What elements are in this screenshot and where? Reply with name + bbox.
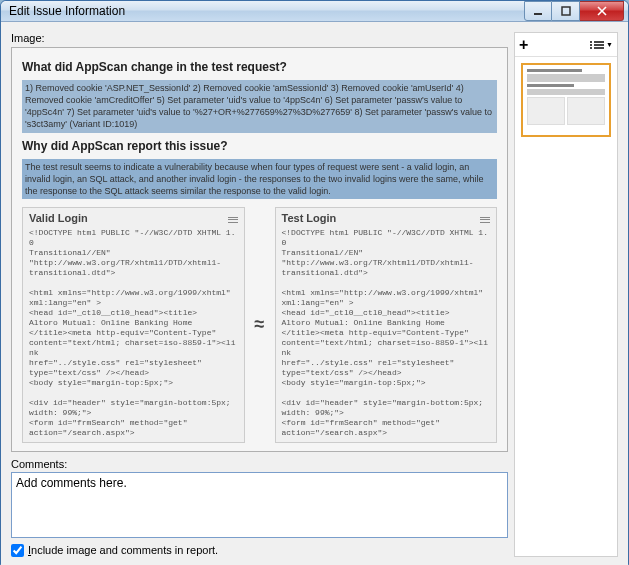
client-area: Image: What did AppScan change in the te… (1, 22, 628, 565)
comments-label: Comments: (11, 458, 508, 470)
code-compare: Valid Login <!DOCTYPE html PUBLIC "-//W3… (22, 207, 497, 443)
include-checkbox[interactable] (11, 544, 24, 557)
add-thumbnail-button[interactable]: + (519, 37, 528, 53)
approx-icon: ≈ (251, 207, 269, 443)
thumbnail-panel: + ▼ (514, 32, 618, 557)
thumbnail-item[interactable] (521, 63, 611, 137)
highlight-block: 1) Removed cookie 'ASP.NET_SessionId' 2)… (22, 80, 497, 133)
question-heading: What did AppScan change in the test requ… (22, 60, 497, 74)
window-buttons (524, 1, 624, 21)
image-preview[interactable]: What did AppScan change in the test requ… (11, 47, 508, 452)
code-listing: <!DOCTYPE html PUBLIC "-//W3C//DTD XHTML… (282, 228, 491, 438)
menu-icon (480, 217, 490, 223)
titlebar[interactable]: Edit Issue Information (1, 1, 628, 22)
code-listing: <!DOCTYPE html PUBLIC "-//W3C//DTD XHTML… (29, 228, 238, 438)
image-label: Image: (11, 32, 508, 44)
list-icon (594, 41, 604, 49)
include-label[interactable]: Include image and comments in report. (28, 544, 218, 556)
window-title: Edit Issue Information (9, 4, 524, 18)
svg-rect-0 (534, 13, 542, 15)
view-mode-button[interactable]: ▼ (594, 41, 613, 49)
code-column-title: Test Login (282, 212, 481, 224)
maximize-button[interactable] (552, 1, 580, 21)
code-column-title: Valid Login (29, 212, 228, 224)
highlight-block: The test result seems to indicate a vuln… (22, 159, 497, 199)
dialog-window: Edit Issue Information Image: What did A… (0, 0, 629, 565)
close-window-button[interactable] (580, 1, 624, 21)
chevron-down-icon: ▼ (606, 41, 613, 48)
question-heading: Why did AppScan report this issue? (22, 139, 497, 153)
comments-input[interactable]: Add comments here. (11, 472, 508, 538)
minimize-button[interactable] (524, 1, 552, 21)
code-column-valid: Valid Login <!DOCTYPE html PUBLIC "-//W3… (22, 207, 245, 443)
svg-rect-1 (562, 7, 570, 15)
menu-icon (228, 217, 238, 223)
thumbnail-toolbar: + ▼ (515, 33, 617, 57)
code-column-test: Test Login <!DOCTYPE html PUBLIC "-//W3C… (275, 207, 498, 443)
